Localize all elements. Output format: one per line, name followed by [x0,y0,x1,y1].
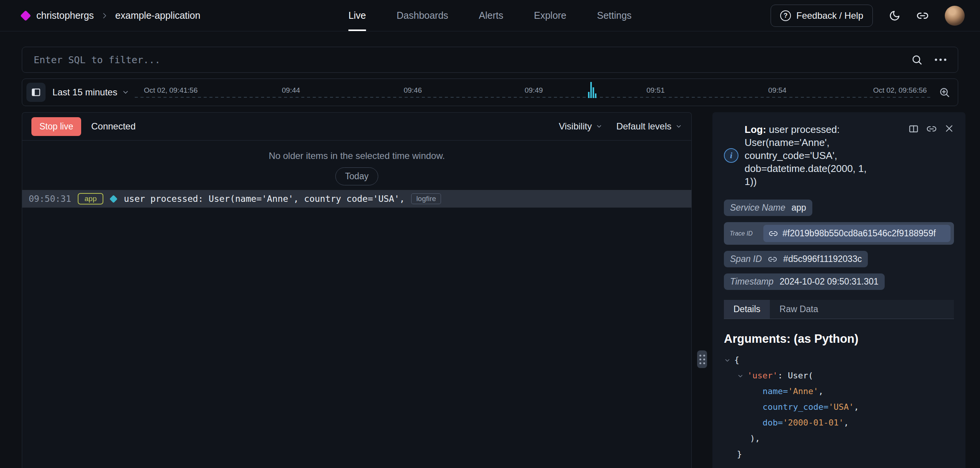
tab-alerts[interactable]: Alerts [479,0,503,31]
timeline-track[interactable]: Oct 02, 09:41:56 09:44 09:46 09:49 09:51… [135,79,931,106]
timeline-tick: 09:44 [282,86,300,95]
empty-window-notice: No older items in the selected time wind… [22,151,691,161]
service-tag: app [78,193,104,205]
visibility-label: Visibility [559,121,592,132]
stop-live-button[interactable]: Stop live [31,117,81,136]
collapse-chevron-icon[interactable] [724,357,731,364]
log-level-diamond-icon [109,195,118,203]
timestamp-label: Timestamp [730,277,774,287]
chevron-down-icon [122,88,129,96]
trace-id-value: #f2019b98b550cd8a61546c2f9188959f [782,228,936,239]
top-nav: christophergs example-application Live D… [0,0,980,31]
timeline-bar: Last 15 minutes Oct 02, 09:41:56 09:44 0… [22,79,958,106]
service-name-label: Service Name [730,203,785,213]
search-icon[interactable] [911,54,923,65]
trace-id-link[interactable]: #f2019b98b550cd8a61546c2f9188959f [763,225,951,242]
timeline-tick: 09:54 [768,86,787,95]
code-line: dob='2000-01-01', [724,415,954,430]
link-icon [768,255,777,264]
detail-tabs: Details Raw Data [724,300,954,319]
live-feed: No older items in the selected time wind… [22,141,691,208]
sidebar-icon [31,87,41,97]
arguments-code-block: { 'user': User( name='Anne', country_cod… [724,352,954,462]
user-avatar[interactable] [945,6,965,26]
panel-gap [692,112,712,468]
panel-view-icon[interactable] [908,124,919,134]
code-line: 'user': User( [724,368,954,383]
log-title-prefix: Log: [745,124,766,135]
timeline-baseline [135,97,931,98]
timeline-tick: 09:51 [647,86,665,95]
collapse-chevron-icon[interactable] [737,373,744,380]
code-line: } [724,446,954,462]
tab-details[interactable]: Details [724,300,770,319]
trace-id-pill: Trace ID #f2019b98b550cd8a61546c2f918895… [724,222,954,245]
panel-resize-handle[interactable] [697,350,707,368]
code-line: name='Anne', [724,383,954,399]
feedback-help-label: Feedback / Help [796,10,863,21]
scope-tag: logfire [411,193,441,204]
activity-histogram [588,81,596,98]
log-detail-panel: i Log: user processed: User(name='Anne',… [712,112,965,468]
dark-mode-moon-icon[interactable] [889,10,900,21]
nav-actions: ? Feedback / Help [771,5,965,27]
span-id-value: #d5c996f11192033c [783,254,862,264]
tab-explore[interactable]: Explore [534,0,567,31]
time-range-dropdown[interactable]: Last 15 minutes [52,87,129,98]
trace-id-label: Trace ID [730,229,759,239]
log-detail-title: Log: user processed: User(name='Anne', c… [745,123,878,188]
logfire-logo-icon[interactable] [20,10,31,21]
question-icon: ? [780,10,791,21]
log-row[interactable]: 09:50:31 app user processed: User(name='… [22,190,691,208]
arguments-heading: Arguments: (as Python) [724,332,954,346]
tab-live[interactable]: Live [348,0,366,31]
timestamp-value: 2024-10-02 09:50:31.301 [780,277,879,287]
connection-status: Connected [91,121,136,132]
chevron-right-icon [101,12,108,20]
timestamp-pill: Timestamp 2024-10-02 09:50:31.301 [724,273,885,290]
main-content: Stop live Connected Visibility Default l… [22,112,965,468]
default-levels-label: Default levels [616,121,671,132]
breadcrumb: christophergs example-application [22,10,200,21]
timeline-tick: Oct 02, 09:41:56 [144,86,198,95]
code-line: ), [724,430,954,446]
sql-filter-input[interactable] [33,54,900,66]
code-line: country_code='USA', [724,399,954,415]
tab-raw-data[interactable]: Raw Data [770,300,828,319]
close-icon[interactable] [944,124,954,133]
sidebar-toggle-button[interactable] [26,83,46,102]
main-nav: Live Dashboards Alerts Explore Settings [348,0,632,31]
today-button[interactable]: Today [335,167,378,185]
chevron-down-icon [596,123,603,130]
more-options-icon[interactable] [934,56,947,63]
span-id-label: Span ID [730,254,762,264]
log-message: user processed: User(name='Anne', countr… [124,194,405,204]
timeline-tick: Oct 02, 09:56:56 [873,86,927,95]
service-name-pill: Service Name app [724,200,812,216]
visibility-dropdown[interactable]: Visibility [559,121,603,132]
feedback-help-button[interactable]: ? Feedback / Help [771,5,873,27]
default-levels-dropdown[interactable]: Default levels [616,121,682,132]
detail-actions [908,123,954,188]
copy-link-icon[interactable] [926,124,937,134]
service-name-value: app [791,203,806,213]
sql-filter-bar [22,47,958,73]
span-id-pill[interactable]: Span ID #d5c996f11192033c [724,251,868,267]
chevron-down-icon [675,123,682,130]
timeline-tick: 09:49 [525,86,543,95]
tab-settings[interactable]: Settings [597,0,632,31]
log-timestamp: 09:50:31 [29,194,71,204]
time-range-label: Last 15 minutes [52,87,117,98]
info-level-icon: i [724,148,738,163]
breadcrumb-org[interactable]: christophergs [36,10,94,21]
share-link-icon[interactable] [916,10,929,22]
breadcrumb-project[interactable]: example-application [115,10,200,21]
tab-dashboards[interactable]: Dashboards [397,0,448,31]
attribute-list: Service Name app Trace ID #f2019b98b550c… [724,200,954,290]
live-panel: Stop live Connected Visibility Default l… [22,112,692,468]
link-icon [769,229,778,238]
zoom-in-button[interactable] [937,85,952,100]
code-line: { [724,352,954,368]
zoom-in-icon [939,87,950,98]
live-panel-header: Stop live Connected Visibility Default l… [22,113,691,141]
